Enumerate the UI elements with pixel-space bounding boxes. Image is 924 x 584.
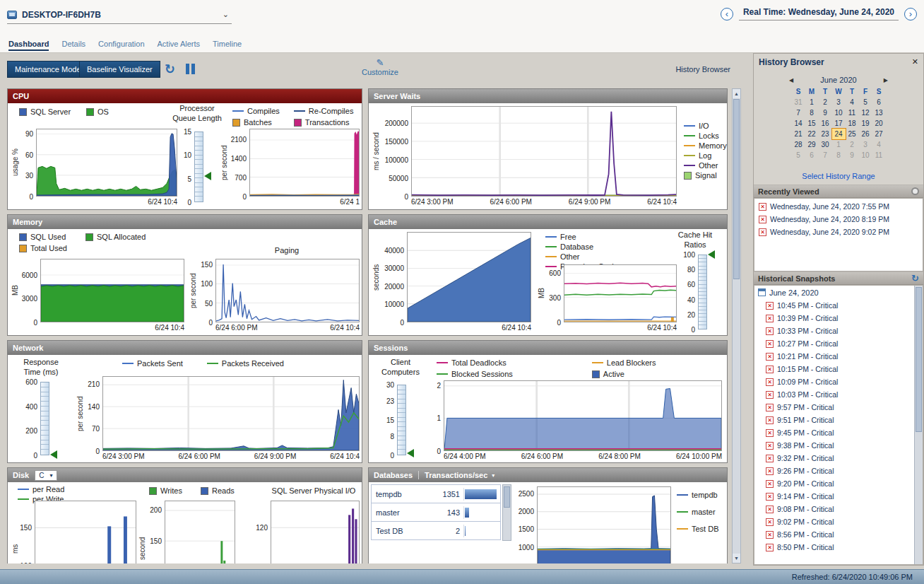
tab-dashboard[interactable]: Dashboard [8, 40, 49, 51]
list-item[interactable]: ✕Wednesday, June 24, 2020 9:02 PM [754, 226, 923, 238]
scroll-thumb[interactable] [733, 99, 740, 279]
delete-icon[interactable]: ✕ [766, 506, 774, 513]
calendar-day[interactable]: 25 [846, 129, 859, 139]
delete-icon[interactable]: ✕ [766, 327, 774, 335]
tab-active-alerts[interactable]: Active Alerts [158, 40, 201, 51]
list-item[interactable]: ✕9:38 PM - Critical [766, 439, 913, 452]
calendar-day[interactable]: 7 [792, 107, 805, 118]
calendar-day[interactable]: 26 [859, 129, 872, 139]
calendar-day[interactable]: 1 [805, 97, 819, 107]
list-item[interactable]: ✕9:45 PM - Critical [766, 426, 913, 439]
delete-icon[interactable]: ✕ [766, 467, 774, 475]
server-selector[interactable]: DESKTOP-IF6DH7B ⌄ [7, 6, 232, 24]
list-item[interactable]: ✕Wednesday, June 24, 2020 7:55 PM [754, 200, 923, 213]
memory-panel-header[interactable]: Memory [8, 215, 362, 229]
server-waits-panel-header[interactable]: Server Waits [369, 89, 727, 103]
calendar-day[interactable]: 2 [846, 139, 859, 150]
scroll-thumb[interactable] [504, 486, 510, 508]
delete-icon[interactable]: ✕ [766, 404, 774, 411]
delete-icon[interactable]: ✕ [766, 315, 774, 322]
list-item[interactable]: ✕10:15 PM - Critical [766, 363, 913, 375]
delete-icon[interactable]: ✕ [759, 216, 766, 223]
list-item[interactable]: ✕10:09 PM - Critical [766, 375, 913, 388]
list-item[interactable]: ✕8:56 PM - Critical [766, 528, 913, 541]
cpu-panel-header[interactable]: CPU [8, 89, 362, 103]
list-item[interactable]: ✕9:51 PM - Critical [766, 414, 913, 426]
database-row[interactable]: master143 [372, 503, 500, 522]
list-item[interactable]: ✕9:08 PM - Critical [766, 503, 913, 515]
calendar-day[interactable]: 5 [859, 97, 872, 107]
delete-icon[interactable]: ✕ [766, 544, 774, 551]
calendar-next-icon[interactable]: ▶ [884, 77, 888, 83]
calendar-day[interactable]: 24 [832, 129, 846, 139]
calendar-prev-icon[interactable]: ◀ [789, 77, 793, 83]
select-history-range-link[interactable]: Select History Range [754, 169, 923, 185]
delete-icon[interactable]: ✕ [766, 416, 774, 424]
calendar-day[interactable]: 19 [859, 118, 872, 129]
delete-icon[interactable]: ✕ [766, 340, 774, 348]
list-item[interactable]: ✕10:27 PM - Critical [766, 337, 913, 350]
delete-icon[interactable]: ✕ [759, 203, 766, 211]
calendar-day[interactable]: 5 [792, 150, 805, 160]
main-scrollbar[interactable]: ▲ ▼ [732, 88, 741, 563]
baseline-visualizer-button[interactable]: Baseline Visualizer [79, 61, 160, 78]
calendar-day[interactable]: 12 [859, 107, 872, 118]
delete-icon[interactable]: ✕ [766, 378, 774, 386]
calendar-day[interactable]: 10 [859, 150, 872, 160]
calendar-day[interactable]: 10 [832, 107, 846, 118]
calendar-day[interactable]: 9 [819, 107, 832, 118]
list-item[interactable]: ✕9:14 PM - Critical [766, 490, 913, 503]
list-item[interactable]: ✕10:03 PM - Critical [766, 388, 913, 401]
scroll-down-icon[interactable]: ▼ [733, 554, 740, 563]
calendar-day[interactable]: 13 [872, 107, 886, 118]
calendar-day[interactable]: 4 [872, 139, 886, 150]
database-row[interactable]: Test DB2 [372, 522, 500, 540]
calendar-day[interactable]: 7 [819, 150, 832, 160]
back-arrow-icon[interactable]: ‹ [721, 8, 733, 21]
delete-icon[interactable]: ✕ [759, 228, 766, 236]
list-item[interactable]: ✕9:57 PM - Critical [766, 401, 913, 414]
calendar-day[interactable]: 3 [859, 139, 872, 150]
databases-scrollbar[interactable] [502, 484, 511, 541]
calendar-day[interactable]: 27 [872, 129, 886, 139]
calendar-day[interactable]: 14 [792, 118, 805, 129]
list-item[interactable]: ✕10:45 PM - Critical [766, 299, 913, 312]
delete-icon[interactable]: ✕ [766, 493, 774, 501]
tab-timeline[interactable]: Timeline [213, 40, 242, 51]
history-browser-label[interactable]: History Browser [675, 65, 730, 74]
calendar-day[interactable]: 1 [832, 139, 846, 150]
list-item[interactable]: ✕Wednesday, June 24, 2020 8:19 PM [754, 213, 923, 226]
calendar-day[interactable]: 28 [792, 139, 805, 150]
database-row[interactable]: tempdb1351 [372, 485, 500, 503]
list-item[interactable]: ✕10:21 PM - Critical [766, 350, 913, 363]
list-item[interactable]: ✕10:33 PM - Critical [766, 325, 913, 337]
scroll-up-icon[interactable]: ▲ [733, 89, 740, 98]
calendar-day[interactable]: 8 [832, 150, 846, 160]
refresh-icon[interactable]: ↻ [165, 62, 175, 77]
databases-panel-header[interactable]: Databases Transactions/sec ▾ [369, 468, 727, 482]
clear-icon[interactable] [911, 187, 919, 195]
delete-icon[interactable]: ✕ [766, 353, 774, 361]
delete-icon[interactable]: ✕ [766, 429, 774, 437]
pause-icon[interactable] [186, 64, 195, 74]
calendar-day[interactable]: 20 [872, 118, 886, 129]
calendar-day[interactable]: 30 [819, 139, 832, 150]
calendar-day[interactable]: 11 [846, 107, 859, 118]
delete-icon[interactable]: ✕ [766, 455, 774, 462]
cache-panel-header[interactable]: Cache [369, 215, 727, 229]
calendar-day[interactable]: 11 [872, 150, 886, 160]
delete-icon[interactable]: ✕ [766, 442, 774, 450]
calendar-day[interactable]: 2 [819, 97, 832, 107]
calendar-day[interactable]: 22 [805, 129, 819, 139]
snapshot-date-row[interactable]: June 24, 2020 [754, 286, 923, 299]
calendar-day[interactable]: 23 [819, 129, 832, 139]
delete-icon[interactable]: ✕ [766, 531, 774, 539]
calendar-day[interactable]: 15 [805, 118, 819, 129]
calendar-day[interactable]: 3 [832, 97, 846, 107]
snapshots-scrollbar[interactable] [914, 286, 923, 564]
calendar-day[interactable]: 29 [805, 139, 819, 150]
calendar-day[interactable]: 6 [805, 150, 819, 160]
calendar-day[interactable]: 6 [872, 97, 886, 107]
calendar-day[interactable]: 9 [846, 150, 859, 160]
sessions-panel-header[interactable]: Sessions [369, 341, 727, 355]
